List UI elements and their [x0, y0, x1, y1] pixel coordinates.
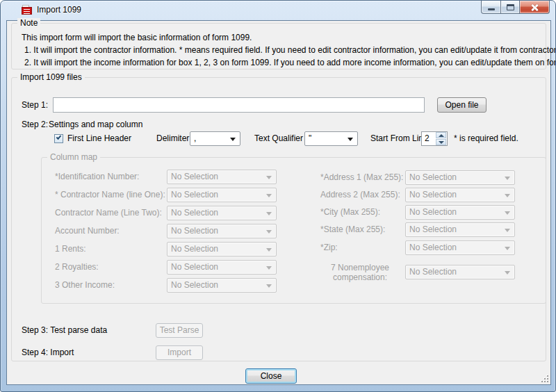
test-parse-button: Test Parse	[156, 323, 203, 338]
column-map-select-identification-number: No Selection	[167, 170, 277, 184]
delimiter-select[interactable]: ,	[190, 131, 240, 146]
chevron-down-icon	[505, 271, 510, 275]
combo-value: No Selection	[171, 280, 218, 290]
stepper-down-button[interactable]	[436, 139, 446, 145]
app-icon-stripe	[24, 9, 30, 10]
chevron-down-icon	[266, 284, 272, 288]
chevron-down-icon	[348, 138, 353, 141]
column-map-select-address2: No Selection	[405, 188, 515, 202]
column-map-select-royalties: No Selection	[167, 260, 277, 275]
dialog-client-area: Note This import form will import the ba…	[6, 20, 551, 385]
column-map-label-state: *State (Max 255):	[320, 222, 385, 237]
column-map-label-address2: Address 2 (Max 255):	[320, 188, 400, 202]
titlebar[interactable]: Import 1099	[1, 1, 555, 20]
step1-label: Step 1:	[22, 97, 48, 113]
column-map-label-nonemployee-compensation: 7 Nonemployee compensation:	[319, 263, 401, 282]
app-icon-stripe	[24, 13, 30, 14]
column-map-label-contractor-name-two: Contractor Name (Line Two):	[55, 206, 162, 220]
combo-value: No Selection	[409, 172, 457, 182]
note-line-2: 1. It will import the contractor informa…	[24, 45, 556, 55]
step3-label: Step 3: Test parse data	[22, 323, 107, 338]
column-map-label-other-income: 3 Other Income:	[55, 278, 115, 293]
delimiter-value: ,	[194, 133, 196, 143]
app-icon-form	[22, 7, 32, 15]
column-map-select-address1: No Selection	[405, 170, 515, 185]
column-map-groupbox-title: Column map	[47, 152, 100, 163]
delimiter-label: Delimiter	[156, 131, 189, 146]
chevron-down-icon	[439, 141, 444, 144]
stepper-up-button[interactable]	[436, 132, 446, 138]
chevron-down-icon	[266, 248, 272, 252]
column-map-label-account-number: Account Number:	[55, 224, 120, 238]
chevron-down-icon	[266, 230, 272, 234]
window-title: Import 1099	[37, 1, 81, 20]
step2-label: Step 2:	[22, 120, 48, 129]
column-map-select-zip: No Selection	[405, 240, 515, 255]
column-map-select-contractor-name-two: No Selection	[167, 206, 277, 220]
note-line-3: 2. It will import the income information…	[24, 58, 556, 67]
start-from-line-stepper[interactable]: 2	[421, 131, 448, 146]
minimize-icon	[488, 8, 495, 10]
column-map-select-contractor-name-one: No Selection	[167, 188, 277, 202]
import-1099-dialog: Import 1099 Note This import form will i…	[0, 0, 556, 392]
column-map-label-royalties: 2 Royalties:	[55, 260, 99, 275]
column-map-select-state: No Selection	[405, 222, 515, 237]
chevron-down-icon	[230, 138, 236, 141]
start-from-line-label: Start From Line	[370, 131, 428, 146]
chevron-down-icon	[266, 212, 272, 215]
combo-value: No Selection	[171, 244, 218, 254]
minimize-button[interactable]	[481, 1, 501, 14]
note-line-1: This import form will import the basic i…	[22, 33, 252, 42]
import-files-groupbox: Import 1099 files Step 1: Open file Step…	[11, 77, 546, 361]
first-line-header-checkbox[interactable]	[54, 134, 63, 143]
column-map-select-rents: No Selection	[167, 242, 277, 256]
maximize-icon	[507, 4, 514, 10]
combo-value: No Selection	[171, 262, 218, 272]
column-map-label-identification-number: *Identification Number:	[55, 170, 139, 184]
chevron-up-icon	[439, 134, 444, 137]
form-1099-app-icon	[22, 5, 33, 16]
step2-sublabel: Settings and map column	[49, 120, 142, 129]
column-map-label-address1: *Address 1 (Max 255):	[320, 170, 403, 185]
combo-value: No Selection	[171, 226, 218, 236]
column-map-select-other-income: No Selection	[167, 278, 277, 293]
resize-grip-icon[interactable]	[541, 375, 548, 382]
chevron-down-icon	[505, 247, 510, 250]
check-icon	[56, 134, 62, 140]
open-file-button[interactable]: Open file	[437, 97, 486, 113]
note-groupbox-title: Note	[17, 18, 40, 28]
import-files-groupbox-title: Import 1099 files	[17, 72, 85, 83]
close-icon	[530, 3, 539, 12]
chevron-down-icon	[505, 177, 510, 180]
column-map-select-city: No Selection	[405, 205, 515, 220]
close-button[interactable]: Close	[245, 368, 297, 384]
column-map-label-city: *City (Max 255):	[320, 205, 380, 220]
column-map-select-nonemployee-compensation: No Selection	[405, 265, 515, 279]
column-map-label-zip: *Zip:	[320, 240, 338, 255]
chevron-down-icon	[266, 194, 272, 197]
note-groupbox: Note This import form will import the ba…	[11, 23, 546, 70]
file-path-input[interactable]	[53, 97, 425, 113]
combo-value: No Selection	[171, 190, 218, 199]
column-map-label-contractor-name-one: * Contractor Name (line One):	[55, 188, 165, 202]
combo-value: No Selection	[171, 208, 218, 218]
combo-value: No Selection	[409, 207, 457, 217]
start-from-line-value: 2	[425, 132, 430, 145]
chevron-down-icon	[266, 266, 272, 270]
chevron-down-icon	[505, 229, 510, 232]
chevron-down-icon	[266, 176, 272, 179]
text-qualifier-value: "	[309, 133, 311, 143]
step4-label: Step 4: Import	[22, 345, 74, 360]
combo-value: No Selection	[409, 267, 457, 277]
chevron-down-icon	[505, 194, 510, 197]
import-button: Import	[156, 345, 203, 360]
combo-value: No Selection	[409, 190, 457, 199]
app-icon-stripe	[24, 11, 30, 12]
text-qualifier-label: Text Qualifier	[254, 131, 303, 146]
maximize-button[interactable]	[501, 1, 520, 14]
required-field-note: * is required field.	[454, 131, 518, 146]
close-window-button[interactable]	[520, 1, 550, 14]
column-map-select-account-number: No Selection	[167, 224, 277, 238]
combo-value: No Selection	[409, 243, 457, 252]
text-qualifier-select[interactable]: "	[304, 131, 358, 146]
